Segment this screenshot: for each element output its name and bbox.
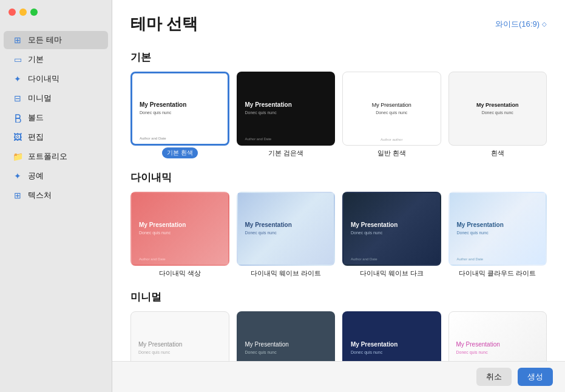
basic-icon: ▭ [12, 54, 23, 65]
sidebar-item-dynamic[interactable]: ✦ 다이내믹 [4, 70, 108, 88]
theme-presentation-title: My Presentation [456, 102, 540, 109]
sidebar-item-label: 다이내믹 [28, 73, 59, 84]
theme-inner: My Presentation Donec quis nunc Author a… [238, 73, 334, 144]
theme-card-white[interactable]: My Presentation Donec quis nunc 흰색 [448, 72, 547, 158]
minimal-icon: ⊟ [12, 93, 23, 104]
texture-icon: ⊞ [12, 190, 23, 201]
window-controls [8, 8, 38, 16]
aspect-ratio-label: 와이드(16:9) [495, 19, 540, 30]
sidebar-item-all[interactable]: ⊞ 모든 테마 [4, 31, 108, 49]
theme-presentation-subtitle: Donec quis nunc [140, 110, 220, 115]
close-button[interactable] [8, 8, 16, 16]
theme-presentation-title: My Presentation [138, 341, 222, 348]
sidebar-item-edit[interactable]: 🖼 편집 [4, 128, 108, 146]
theme-label: 흰색 [491, 149, 504, 158]
theme-presentation-title: My Presentation [139, 221, 221, 229]
theme-inner: My Presentation Donec quis nunc [449, 72, 547, 145]
theme-presentation-subtitle: Donec quis nunc [139, 230, 221, 235]
theme-label: 다이내믹 웨이브 다크 [360, 269, 424, 278]
theme-presentation-subtitle: Donec quis nunc [351, 350, 433, 355]
theme-presentation-title: My Presentation [245, 221, 327, 229]
theme-presentation-title: My Presentation [350, 102, 433, 109]
selected-badge: 기본 흰색 [162, 147, 198, 158]
theme-thumb-dynamic-wave-dark: My Presentation Donec quis nunc Author a… [342, 192, 441, 266]
theme-card-minimal-dark[interactable]: My Presentation Donec quis nunc Author a… [237, 311, 336, 361]
sidebar-item-texture[interactable]: ⊞ 텍스처 [4, 186, 108, 204]
theme-content: 기본 My Presentation Donec quis nunc Autho… [112, 41, 565, 361]
portfolio-icon: 📁 [12, 151, 23, 162]
theme-presentation-subtitle: Donec quis nunc [456, 350, 540, 355]
theme-label: 기본 검은색 [268, 149, 303, 158]
theme-thumb-minimal-dark: My Presentation Donec quis nunc Author a… [237, 311, 336, 361]
theme-author: Author author [343, 138, 441, 141]
theme-author: Author and Date [140, 137, 166, 140]
theme-presentation-subtitle: Donec quis nunc [245, 350, 327, 355]
theme-card-basic-black[interactable]: My Presentation Donec quis nunc Author a… [237, 72, 336, 158]
theme-card-minimal-light[interactable]: My Presentation Donec quis nunc 미니멀 라이트 [130, 311, 229, 361]
theme-inner: My Presentation Donec quis nunc Author a… [132, 73, 228, 144]
theme-thumb-dynamic-wave-light: My Presentation Donec quis nunc [237, 192, 336, 266]
theme-author: Author and Date [457, 257, 484, 261]
theme-inner: My Presentation Donec quis nunc [131, 312, 229, 361]
theme-label: 다이내믹 색상 [159, 269, 201, 278]
theme-thumb-dynamic-color: My Presentation Donec quis nunc Author a… [130, 192, 229, 266]
aspect-ratio-button[interactable]: 와이드(16:9) ◇ [495, 19, 547, 30]
basic-theme-grid: My Presentation Donec quis nunc Author a… [130, 72, 547, 158]
theme-presentation-subtitle: Donec quis nunc [138, 350, 222, 355]
theme-presentation-title: My Presentation [457, 221, 539, 229]
theme-presentation-subtitle: Donec quis nunc [351, 230, 433, 235]
footer: 취소 생성 [112, 361, 565, 392]
sidebar-item-label: 편집 [28, 132, 44, 143]
theme-label: 다이내믹 클라우드 라이트 [459, 269, 536, 278]
theme-presentation-subtitle: Donec quis nunc [245, 110, 327, 115]
theme-card-dynamic-color[interactable]: My Presentation Donec quis nunc Author a… [130, 192, 229, 278]
sidebar-item-label: 미니멀 [28, 93, 52, 104]
sidebar-item-craft[interactable]: ✦ 공예 [4, 167, 108, 185]
theme-presentation-subtitle: Donec quis nunc [457, 230, 539, 235]
theme-card-dynamic-wave-light[interactable]: My Presentation Donec quis nunc 다이내믹 웨이브… [237, 192, 336, 278]
theme-presentation-title: My Presentation [351, 221, 433, 229]
theme-label: 일반 흰색 [377, 149, 406, 158]
sidebar-item-bold[interactable]: 볼드 [4, 109, 108, 127]
minimal-theme-grid: My Presentation Donec quis nunc 미니멀 라이트 … [130, 311, 547, 361]
theme-thumb-general-white: My Presentation Donec quis nunc Author a… [342, 72, 441, 146]
sidebar-item-basic[interactable]: ▭ 기본 [4, 50, 108, 69]
sidebar-item-label: 텍스처 [28, 190, 52, 201]
theme-card-dynamic-wave-dark[interactable]: My Presentation Donec quis nunc Author a… [342, 192, 441, 278]
theme-inner: My Presentation Donec quis nunc Author a… [238, 313, 334, 361]
theme-presentation-title: My Presentation [245, 101, 327, 109]
sidebar-item-minimal[interactable]: ⊟ 미니멀 [4, 89, 108, 107]
theme-presentation-title: My Presentation [245, 341, 327, 348]
sidebar-item-label: 모든 테마 [28, 35, 62, 46]
theme-inner: My Presentation Donec quis nunc Author a… [343, 72, 441, 145]
sidebar-item-label: 기본 [28, 54, 44, 65]
theme-card-basic-white[interactable]: My Presentation Donec quis nunc Author a… [130, 72, 229, 158]
theme-thumb-bright-gradient: My Presentation Donec quis nunc Author a… [448, 311, 547, 361]
theme-inner: My Presentation Donec quis nunc [238, 193, 334, 265]
theme-card-basic-color[interactable]: My Presentation Donec quis nunc Author a… [342, 311, 441, 361]
section-title-minimal: 미니멀 [130, 290, 547, 304]
theme-card-dynamic-cloud-light[interactable]: My Presentation Donec quis nunc Author a… [448, 192, 547, 278]
sidebar-item-label: 포트폴리오 [28, 151, 67, 162]
theme-author: Author and Date [351, 257, 377, 261]
theme-author: Author and Date [245, 137, 272, 141]
dynamic-icon: ✦ [12, 73, 23, 84]
minimize-button[interactable] [19, 8, 27, 16]
theme-presentation-title: My Presentation [140, 101, 220, 109]
create-button[interactable]: 생성 [518, 368, 553, 386]
theme-presentation-title: My Presentation [351, 341, 433, 348]
sidebar-item-label: 공예 [28, 171, 44, 181]
theme-presentation-subtitle: Donec quis nunc [350, 110, 433, 115]
sidebar-item-portfolio[interactable]: 📁 포트폴리오 [4, 147, 108, 166]
cancel-button[interactable]: 취소 [476, 368, 512, 386]
theme-thumb-white: My Presentation Donec quis nunc [448, 72, 547, 146]
edit-icon: 🖼 [12, 132, 23, 143]
theme-inner: My Presentation Donec quis nunc Author a… [132, 193, 228, 265]
sidebar: ⊞ 모든 테마 ▭ 기본 ✦ 다이내믹 ⊟ 미니멀 볼드 🖼 편집 📁 포트폴리… [0, 0, 112, 392]
theme-thumb-basic-color: My Presentation Donec quis nunc Author a… [342, 311, 441, 361]
theme-card-bright-gradient[interactable]: My Presentation Donec quis nunc Author a… [448, 311, 547, 361]
maximize-button[interactable] [30, 8, 38, 16]
theme-inner: My Presentation Donec quis nunc Author a… [450, 193, 546, 265]
theme-card-general-white[interactable]: My Presentation Donec quis nunc Author a… [342, 72, 441, 158]
theme-thumb-dynamic-cloud-light: My Presentation Donec quis nunc Author a… [448, 192, 547, 266]
